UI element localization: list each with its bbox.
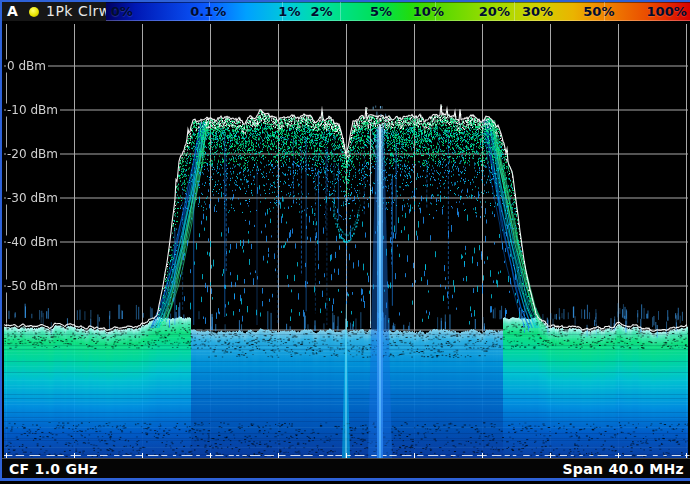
legend-label-100pct: 100% xyxy=(647,3,687,20)
legend-label-30pct: 30% xyxy=(522,3,553,20)
legend-label-0pct: 0% xyxy=(111,3,133,20)
persistence-density-legend: 0%0.1%1%2%5%10%20%30%50%100% xyxy=(106,2,690,21)
legend-label-10pct: 10% xyxy=(413,3,444,20)
legend-label-1pct: 1% xyxy=(278,3,300,20)
persistence-spectrum-canvas[interactable] xyxy=(2,22,690,458)
legend-label-50pct: 50% xyxy=(583,3,614,20)
footer-bar: CF 1.0 GHz Span 40.0 MHz xyxy=(2,458,690,478)
center-frequency-field[interactable]: CF 1.0 GHz xyxy=(9,460,98,478)
window-border-left xyxy=(0,0,2,480)
header-bar: A 1Pk Clrw 0%0.1%1%2%5%10%20%30%50%100% xyxy=(2,2,690,21)
legend-tick xyxy=(514,2,515,21)
legend-tick xyxy=(340,2,341,21)
trace-active-led-icon xyxy=(29,7,39,17)
spectrum-analyzer-window: A 1Pk Clrw 0%0.1%1%2%5%10%20%30%50%100% … xyxy=(0,0,690,484)
y-axis-label-0: 0 dBm xyxy=(6,59,48,72)
span-field[interactable]: Span 40.0 MHz xyxy=(562,460,684,478)
spectrum-display-area: 0 dBm-10 dBm-20 dBm-30 dBm-40 dBm-50 dBm xyxy=(2,22,690,458)
y-axis-label-1: -10 dBm xyxy=(6,103,60,116)
window-border-bottom xyxy=(0,478,690,481)
y-axis-label-2: -20 dBm xyxy=(6,147,60,160)
legend-label-5pct: 5% xyxy=(370,3,392,20)
y-axis-label-4: -40 dBm xyxy=(6,235,60,248)
y-axis-label-5: -50 dBm xyxy=(6,279,60,292)
trace-mode-label[interactable]: 1Pk Clrw xyxy=(46,3,111,20)
window-tab-a[interactable]: A xyxy=(7,3,18,20)
legend-label-0_1pct: 0.1% xyxy=(190,3,226,20)
legend-label-2pct: 2% xyxy=(310,3,332,20)
legend-label-20pct: 20% xyxy=(479,3,510,20)
y-axis-label-3: -30 dBm xyxy=(6,191,60,204)
